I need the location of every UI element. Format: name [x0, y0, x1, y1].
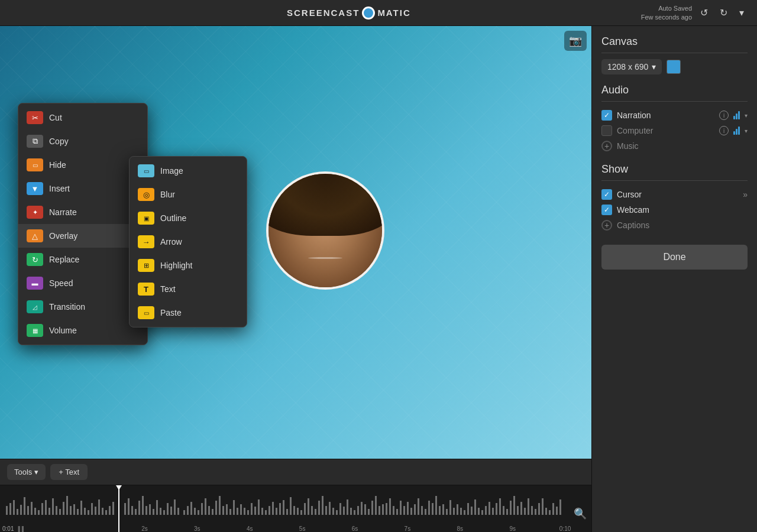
tools-button[interactable]: Tools ▾	[7, 464, 46, 480]
svg-rect-95	[354, 510, 355, 515]
blur-icon: ◎	[138, 188, 154, 201]
canvas-size-button[interactable]: 1208 x 690 ▾	[601, 59, 662, 74]
svg-rect-16	[63, 502, 64, 515]
video-area: 📷 Tools ▾ + Text	[0, 26, 591, 532]
webcam-face	[268, 174, 382, 287]
menu-item-speed[interactable]: ▬ Speed	[18, 271, 147, 295]
menu-item-insert[interactable]: ▼ Insert	[18, 177, 147, 200]
more-options-button[interactable]: ▾	[736, 5, 748, 21]
menu-item-hide[interactable]: ▭ Hide	[18, 153, 147, 177]
timeline[interactable]: 0:01 ▐▐ 2s 3s 4s 5s 6s 7s 8s 9s 0:10 🔍	[0, 485, 591, 532]
svg-rect-28	[105, 510, 107, 515]
svg-rect-51	[198, 510, 199, 515]
submenu-item-image[interactable]: ▭ Image	[130, 159, 247, 183]
svg-rect-23	[88, 510, 89, 515]
submenu-item-arrow[interactable]: → Arrow	[130, 230, 247, 254]
svg-rect-21	[80, 501, 82, 515]
submenu-label-outline: Outline	[160, 213, 186, 223]
top-bar-actions: Auto Saved Few seconds ago ↺ ↻ ▾	[641, 4, 748, 21]
captions-label: Captions	[617, 220, 748, 230]
menu-item-replace[interactable]: ↻ Replace	[18, 248, 147, 271]
svg-rect-61	[233, 500, 235, 515]
tick-1s: 2s	[118, 525, 171, 532]
right-panel: Canvas 1208 x 690 ▾ Audio ✓ Narration i	[591, 26, 757, 532]
submenu-item-blur[interactable]: ◎ Blur	[130, 183, 247, 206]
screenshot-button[interactable]: 📷	[564, 31, 587, 51]
narration-checkbox[interactable]: ✓	[601, 110, 612, 121]
webcam-checkbox[interactable]: ✓	[601, 205, 612, 215]
svg-rect-56	[215, 501, 217, 515]
svg-rect-140	[513, 496, 515, 515]
svg-rect-93	[347, 499, 348, 515]
narration-level-icon[interactable]	[733, 111, 740, 119]
menu-item-narrate[interactable]: ✦ Narrate	[18, 200, 147, 224]
svg-rect-119	[439, 506, 441, 515]
audio-section: Audio ✓ Narration i ▾ Computer i	[601, 84, 748, 154]
narration-info-icon[interactable]: i	[719, 111, 729, 120]
svg-rect-20	[77, 509, 79, 515]
done-button[interactable]: Done	[601, 245, 748, 270]
menu-item-cut[interactable]: ✂ Cut	[18, 106, 147, 129]
svg-rect-83	[311, 506, 313, 515]
app-logo: SCREENCAST MATIC	[287, 7, 411, 20]
computer-checkbox[interactable]	[601, 125, 612, 136]
music-add-icon[interactable]: +	[601, 141, 612, 151]
timeline-search-icon[interactable]: 🔍	[574, 507, 587, 520]
webcam-row: ✓ Webcam	[601, 202, 748, 218]
canvas-controls: 1208 x 690 ▾	[601, 59, 748, 74]
undo-button[interactable]: ↺	[697, 5, 711, 21]
menu-item-transition[interactable]: ◿ Transition	[18, 295, 147, 319]
svg-rect-19	[73, 504, 75, 515]
narrate-icon: ✦	[27, 206, 43, 219]
svg-rect-49	[190, 502, 192, 515]
svg-rect-69	[261, 508, 263, 515]
submenu-item-outline[interactable]: ▣ Outline	[130, 206, 247, 230]
playhead[interactable]	[118, 485, 119, 532]
svg-rect-109	[403, 506, 405, 515]
copy-icon: ⧉	[27, 135, 43, 148]
submenu-item-highlight[interactable]: ⊞ Highlight	[130, 254, 247, 277]
svg-rect-145	[531, 506, 533, 515]
menu-item-volume[interactable]: ▦ Volume	[18, 319, 147, 342]
captions-add-icon[interactable]: +	[601, 220, 612, 231]
svg-rect-129	[474, 499, 476, 515]
menu-label-cut: Cut	[49, 113, 62, 122]
music-label: Music	[617, 141, 748, 151]
svg-rect-5	[24, 497, 25, 515]
svg-rect-36	[142, 496, 144, 515]
menu-item-copy[interactable]: ⧉ Copy	[18, 129, 147, 153]
svg-rect-10	[41, 503, 43, 515]
computer-info-icon[interactable]: i	[719, 126, 729, 135]
cursor-expand-icon[interactable]: »	[743, 190, 748, 199]
logo-text-left: SCREENCAST	[287, 8, 360, 18]
submenu-label-paste: Paste	[160, 308, 182, 317]
svg-rect-25	[95, 507, 96, 515]
svg-rect-68	[258, 499, 260, 515]
redo-button[interactable]: ↻	[716, 5, 731, 21]
cursor-checkbox[interactable]: ✓	[601, 189, 612, 200]
svg-rect-110	[407, 502, 409, 515]
svg-rect-52	[201, 503, 203, 515]
svg-rect-82	[308, 498, 309, 515]
submenu-item-paste[interactable]: ▭ Paste	[130, 301, 247, 325]
canvas-color-picker[interactable]	[667, 60, 681, 74]
menu-label-transition: Transition	[49, 302, 85, 312]
replace-icon: ↻	[27, 253, 43, 266]
canvas-size-label: 1208 x 690	[607, 62, 648, 72]
computer-level-icon[interactable]	[733, 126, 740, 135]
submenu-label-blur: Blur	[160, 190, 175, 199]
add-text-button[interactable]: + Text	[50, 464, 88, 480]
computer-dropdown-arrow[interactable]: ▾	[745, 128, 748, 134]
menu-item-overlay[interactable]: △ Overlay ◂	[18, 224, 147, 248]
audio-divider	[601, 101, 748, 102]
svg-rect-31	[124, 503, 126, 515]
svg-rect-40	[156, 500, 158, 515]
submenu-item-text[interactable]: T Text	[130, 277, 247, 301]
svg-rect-78	[293, 506, 295, 515]
overlay-submenu: ▭ Image ◎ Blur ▣ Outline → Arrow ⊞ Highl…	[129, 156, 247, 327]
svg-rect-138	[506, 509, 508, 515]
svg-rect-53	[205, 498, 206, 515]
narration-dropdown-arrow[interactable]: ▾	[745, 112, 748, 119]
svg-rect-112	[414, 504, 416, 515]
tick-6s: 6s	[329, 525, 381, 532]
